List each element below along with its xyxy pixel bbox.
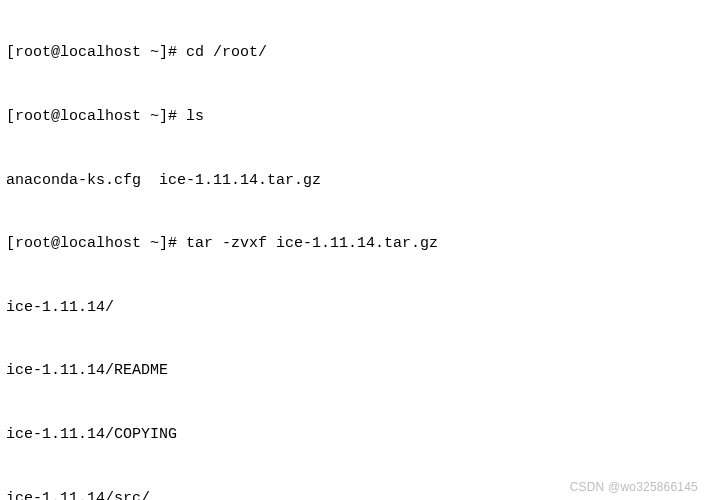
terminal-line: [root@localhost ~]# cd /root/ [6,42,708,63]
watermark-text: CSDN @wo325866145 [570,477,698,498]
terminal-line: ice-1.11.14/COPYING [6,424,708,445]
terminal-line: [root@localhost ~]# tar -zvxf ice-1.11.1… [6,233,708,254]
terminal-line: ice-1.11.14/ [6,297,708,318]
terminal-line: [root@localhost ~]# ls [6,106,708,127]
terminal-output[interactable]: [root@localhost ~]# cd /root/ [root@loca… [6,0,708,500]
terminal-line: ice-1.11.14/README [6,360,708,381]
terminal-line: anaconda-ks.cfg ice-1.11.14.tar.gz [6,170,708,191]
